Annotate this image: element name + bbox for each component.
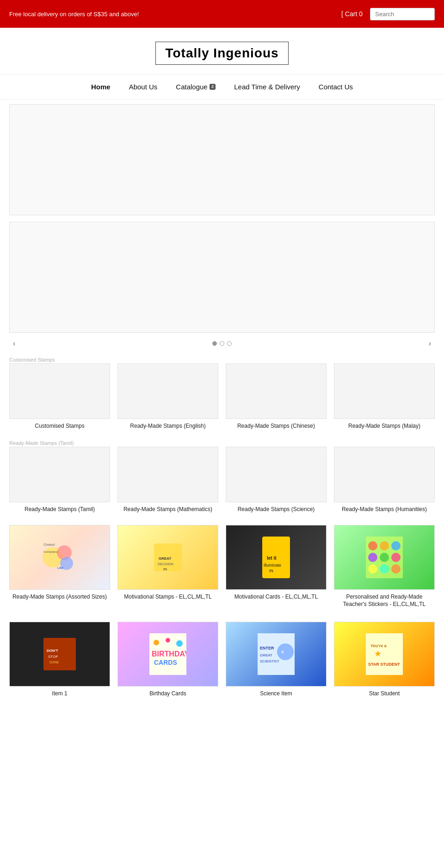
cart-link[interactable]: [ Cart 0 xyxy=(341,10,363,18)
nav-home-label: Home xyxy=(91,83,111,91)
product-label-4: Personalised and Ready-Made Teacher's St… xyxy=(334,593,435,608)
product-item-6[interactable]: BIRTHDAY CARDS Birthday Cards xyxy=(117,622,218,698)
product-label-2: Motivational Stamps - EL,CL,ML,TL xyxy=(124,593,211,601)
nav-contact[interactable]: Contact Us xyxy=(319,83,353,91)
product-item-4[interactable]: Personalised and Ready-Made Teacher's St… xyxy=(334,525,435,608)
section-label-r2-2 xyxy=(117,440,218,446)
svg-text:SCIENTIST: SCIENTIST xyxy=(260,659,279,663)
cat-item-7[interactable]: Ready-Made Stamps (Science) xyxy=(226,447,327,513)
section-label-3 xyxy=(226,357,327,362)
nav-contact-label: Contact Us xyxy=(319,83,353,91)
catalogue-label-row2: Ready-Made Stamps (Tamil) xyxy=(0,437,444,447)
svg-text:STOP: STOP xyxy=(48,655,58,659)
svg-point-31 xyxy=(154,640,159,645)
product-item-7[interactable]: ENTER GREAT SCIENTIST ⚗ Science Item xyxy=(226,622,327,698)
catalogue-badge: 4 xyxy=(210,84,216,90)
section-label-2 xyxy=(117,357,218,362)
cat-thumb-5 xyxy=(9,447,110,502)
dot-2[interactable] xyxy=(220,341,224,346)
promo-text: Free local delivery on orders of S$35 an… xyxy=(9,11,139,18)
svg-rect-40 xyxy=(366,633,403,675)
cat-label-6: Ready-Made Stamps (Mathematics) xyxy=(123,506,212,513)
catalogue-label-row1: Customised Stamps xyxy=(0,354,444,363)
svg-point-23 xyxy=(391,564,401,574)
cat-thumb-1 xyxy=(9,363,110,419)
section-label-4 xyxy=(334,357,435,362)
cat-item-4[interactable]: Ready-Made Stamps (Malay) xyxy=(334,363,435,430)
svg-text:IN: IN xyxy=(163,567,167,571)
nav-catalogue[interactable]: Catalogue 4 xyxy=(176,83,216,91)
cart-count: 0 xyxy=(359,10,363,18)
cat-item-5[interactable]: Ready-Made Stamps (Tamil) xyxy=(9,447,110,513)
svg-point-38 xyxy=(277,643,294,660)
catalogue-grid-2: Ready-Made Stamps (Tamil) Ready-Made Sta… xyxy=(0,447,444,513)
product-label-5: Item 1 xyxy=(52,690,67,698)
product-label-8: Star Student xyxy=(369,690,400,698)
product-grid-1: Cheked Corrections Like Ready-Made Stamp… xyxy=(0,520,444,612)
product-item-1[interactable]: Cheked Corrections Like Ready-Made Stamp… xyxy=(9,525,110,608)
nav-leadtime[interactable]: Lead Time & Delivery xyxy=(234,83,300,91)
product-item-5[interactable]: DON'T STOP DONE Item 1 xyxy=(9,622,110,698)
product-item-8[interactable]: You're a ★ STAR STUDENT Star Student xyxy=(334,622,435,698)
hero-banner-bottom xyxy=(9,222,435,333)
nav-about[interactable]: About Us xyxy=(129,83,158,91)
nav-home[interactable]: Home xyxy=(91,83,111,91)
dot-1[interactable] xyxy=(212,341,217,346)
svg-text:GREAT: GREAT xyxy=(260,653,272,657)
product-item-2[interactable]: GREAT DECISION IN Motivational Stamps - … xyxy=(117,525,218,608)
product-thumb-science: ENTER GREAT SCIENTIST ⚗ xyxy=(226,622,327,687)
cat-item-2[interactable]: Ready-Made Stamps (English) xyxy=(117,363,218,430)
search-input[interactable] xyxy=(370,8,435,20)
dot-3[interactable] xyxy=(227,341,232,346)
cat-label-1: Customised Stamps xyxy=(35,423,84,430)
cat-item-8[interactable]: Ready-Made Stamps (Humanities) xyxy=(334,447,435,513)
svg-point-21 xyxy=(368,564,377,574)
svg-point-32 xyxy=(166,638,170,643)
svg-text:Cheked: Cheked xyxy=(43,543,55,546)
nav-about-label: About Us xyxy=(129,83,158,91)
cat-thumb-2 xyxy=(117,363,218,419)
section-label-r2-4 xyxy=(334,440,435,446)
hero-section xyxy=(0,100,444,333)
carousel-prev[interactable]: ‹ xyxy=(9,337,19,350)
cat-thumb-4 xyxy=(334,363,435,419)
cat-thumb-8 xyxy=(334,447,435,502)
product-label-1: Ready-Made Stamps (Assorted Sizes) xyxy=(12,593,107,601)
nav-catalogue-label: Catalogue xyxy=(176,83,207,91)
product-grid-2: DON'T STOP DONE Item 1 BIRTHDAY CARDS Bi… xyxy=(0,617,444,702)
svg-point-33 xyxy=(176,640,183,647)
nav-leadtime-label: Lead Time & Delivery xyxy=(234,83,300,91)
svg-text:DON'T: DON'T xyxy=(47,649,58,653)
top-bar: Free local delivery on orders of S$35 an… xyxy=(0,0,444,28)
svg-text:BIRTHDAY: BIRTHDAY xyxy=(152,650,186,658)
svg-point-22 xyxy=(380,564,389,574)
svg-rect-24 xyxy=(43,638,76,670)
site-title: Totally Ingenious xyxy=(155,42,288,65)
svg-text:ENTER: ENTER xyxy=(260,646,274,650)
cat-item-6[interactable]: Ready-Made Stamps (Mathematics) xyxy=(117,447,218,513)
cat-thumb-3 xyxy=(226,363,327,419)
product-label-3: Motivational Cards - EL,CL,ML,TL xyxy=(234,593,318,601)
svg-text:CARDS: CARDS xyxy=(154,659,177,666)
product-thumb-motivational: GREAT DECISION IN xyxy=(117,525,218,590)
product-thumb-cards: let it illuminate IN xyxy=(226,525,327,590)
cat-thumb-7 xyxy=(226,447,327,502)
cat-item-1[interactable]: Customised Stamps xyxy=(9,363,110,430)
product-thumb-item5: DON'T STOP DONE xyxy=(9,622,110,687)
product-label-7: Science Item xyxy=(260,690,292,698)
svg-text:⚗: ⚗ xyxy=(281,650,284,655)
section-label-customised: Customised Stamps xyxy=(9,357,110,362)
svg-text:DECISION: DECISION xyxy=(158,562,173,566)
svg-text:illuminate: illuminate xyxy=(264,563,281,568)
product-item-3[interactable]: let it illuminate IN Motivational Cards … xyxy=(226,525,327,608)
svg-text:You're a: You're a xyxy=(370,643,387,648)
svg-text:GREAT: GREAT xyxy=(159,556,172,561)
svg-text:Like: Like xyxy=(57,566,63,569)
hero-banner-top xyxy=(9,104,435,215)
nav-bar: Home About Us Catalogue 4 Lead Time & De… xyxy=(0,74,444,100)
cat-item-3[interactable]: Ready-Made Stamps (Chinese) xyxy=(226,363,327,430)
svg-point-17 xyxy=(391,541,401,550)
top-bar-right: [ Cart 0 xyxy=(341,8,435,20)
cat-label-8: Ready-Made Stamps (Humanities) xyxy=(342,506,427,513)
carousel-next[interactable]: › xyxy=(425,337,435,350)
